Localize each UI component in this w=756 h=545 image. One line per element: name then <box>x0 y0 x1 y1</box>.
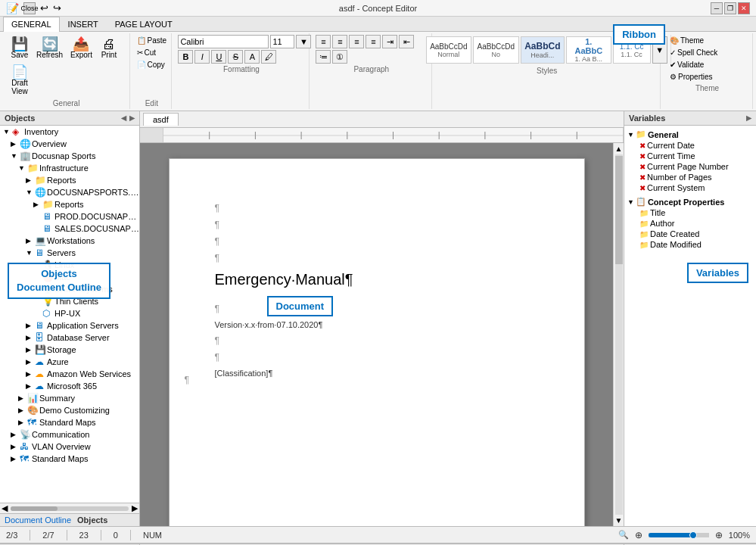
italic-button[interactable]: I <box>194 50 210 64</box>
left-panel-scrollbar[interactable]: ◀ ▶ <box>0 503 139 513</box>
var-title[interactable]: 📁 Title <box>627 207 753 218</box>
scroll-right[interactable]: ▶ <box>132 503 138 513</box>
tree-item-servers[interactable]: ▼ 🖥 Servers <box>0 247 139 259</box>
validate-button[interactable]: ✔ Validate <box>667 59 748 70</box>
bold-button[interactable]: B <box>178 50 193 64</box>
scroll-track-v[interactable] <box>615 154 623 515</box>
var-current-date[interactable]: ✖ Current Date <box>627 140 753 151</box>
restore-button[interactable]: ❐ <box>724 2 736 14</box>
tree-item-inventory[interactable]: ▼ ◈ Inventory <box>0 126 139 138</box>
properties-button[interactable]: ⚙ Properties <box>667 71 748 83</box>
close-window-button[interactable]: ✕ <box>738 2 750 14</box>
outdent-button[interactable]: ⇤ <box>399 35 414 48</box>
undo-btn[interactable]: ↩ <box>40 2 48 14</box>
font-size-down[interactable]: ▼ <box>296 35 311 48</box>
tab-insert[interactable]: INSERT <box>60 17 107 31</box>
justify-button[interactable]: ≡ <box>366 35 381 48</box>
close-button[interactable]: Close <box>23 2 36 14</box>
theme-label: Theme <box>680 36 704 45</box>
font-size-input[interactable] <box>270 35 294 48</box>
var-group-concept-header[interactable]: ▼ 📋 Concept Properties <box>627 196 753 207</box>
doc-viewport[interactable]: Document ¶ ¶ ¶ ¶ Emergency·Manual¶ ¶ Ver… <box>140 143 613 526</box>
tree-item-aws[interactable]: ▶ ☁ Amazon Web Services <box>0 368 139 380</box>
list-button[interactable]: ≔ <box>316 50 331 64</box>
export-button[interactable]: 📤 Export <box>67 35 95 61</box>
nav-document-outline[interactable]: Document Outline <box>5 515 71 525</box>
var-author[interactable]: 📁 Author <box>627 218 753 229</box>
tree-item-reports2[interactable]: ▶ 📁 Reports <box>0 198 139 210</box>
minimize-button[interactable]: ─ <box>711 2 723 14</box>
scroll-up[interactable]: ▲ <box>615 145 623 153</box>
right-panel-collapse[interactable]: ▶ <box>746 114 751 122</box>
zoom-icon-plus[interactable]: ⊕ <box>715 530 723 540</box>
tree-item-infrastructure[interactable]: ▼ 📁 Infrastructure <box>0 162 139 174</box>
var-date-modified[interactable]: 📁 Date Modified <box>627 239 753 250</box>
var-page-number[interactable]: ✖ Current Page Number <box>627 161 753 172</box>
var-group-general-header[interactable]: ▼ 📁 General <box>627 129 753 140</box>
tree-item-reports1[interactable]: ▶ 📁 Reports <box>0 174 139 186</box>
indent-button[interactable]: ⇥ <box>382 35 397 48</box>
numbering-button[interactable]: ① <box>332 50 347 64</box>
spell-check-button[interactable]: ✓ Spell Check <box>667 47 748 58</box>
tree-item-overview[interactable]: ▶ 🌐 Overview <box>0 138 139 150</box>
ribbon: Ribbon GENERAL INSERT PAGE LAYOUT 💾 Save… <box>0 17 756 111</box>
draft-view-button[interactable]: 📄 DraftView <box>8 63 32 98</box>
tree-item-workstations[interactable]: ▶ 💻 Workstations <box>0 235 139 247</box>
var-current-system[interactable]: ✖ Current System <box>627 182 753 193</box>
align-right-button[interactable]: ≡ <box>349 35 364 48</box>
tree-item-sales[interactable]: 🖥 SALES.DOCUSNAPSPC <box>0 223 139 235</box>
tree-item-app-servers[interactable]: ▶ 🖥 Application Servers <box>0 319 139 332</box>
tree-item-docusnapsports-com[interactable]: ▼ 🌐 DOCUSNAPSPORTS.COM <box>0 186 139 198</box>
save-button[interactable]: 💾 Save <box>8 35 32 61</box>
scroll-left[interactable]: ◀ <box>2 503 8 513</box>
panel-collapse-left[interactable]: ◀ <box>121 114 126 122</box>
tree-item-ms365[interactable]: ▶ ☁ Microsoft 365 <box>0 380 139 392</box>
align-left-button[interactable]: ≡ <box>316 35 331 48</box>
tree-icon-sales: 🖥 <box>42 223 53 234</box>
tree-item-stdmaps1[interactable]: ▶ 🗺 Standard Maps <box>0 416 139 428</box>
redo-btn[interactable]: ↪ <box>53 2 61 14</box>
tree-item-storage[interactable]: ▶ 💾 Storage <box>0 344 139 356</box>
var-date-created[interactable]: 📁 Date Created <box>627 229 753 239</box>
tree-item-stdmaps2[interactable]: ▶ 🗺 Standard Maps <box>0 453 139 465</box>
print-button[interactable]: 🖨 Print <box>97 35 121 61</box>
tree-item-prod[interactable]: 🖥 PROD.DOCUSNAPSPC <box>0 210 139 223</box>
zoom-out-icon[interactable]: 🔍 <box>618 530 629 540</box>
doc-page[interactable]: ¶ ¶ ¶ ¶ Emergency·Manual¶ ¶ Version·x.x·… <box>169 158 585 526</box>
highlight-button[interactable]: 🖊 <box>261 50 276 64</box>
theme-button[interactable]: 🎨 Theme <box>667 35 748 46</box>
style-heading1[interactable]: AaBbCd Headi... <box>521 36 565 64</box>
paste-button[interactable]: 📋 Paste <box>134 35 170 46</box>
cut-button[interactable]: ✂ Cut <box>134 47 170 58</box>
doc-scrollbar-v[interactable]: ▲ ▼ <box>613 143 624 526</box>
tree-item-azure[interactable]: ▶ ☁ Azure <box>0 356 139 368</box>
copy-button[interactable]: 📄 Copy <box>134 59 170 70</box>
tree-item-db-server[interactable]: ▶ 🗄 Database Server <box>0 332 139 344</box>
scroll-track[interactable] <box>11 506 129 511</box>
zoom-slider[interactable] <box>649 533 709 537</box>
style-heading2[interactable]: 1. AaBbC 1. Aa B... <box>566 36 611 64</box>
nav-objects[interactable]: Objects <box>77 515 107 525</box>
document-tab[interactable]: asdf <box>143 113 179 126</box>
style-no-spacing[interactable]: AaBbCcDd No <box>473 36 518 64</box>
scroll-down[interactable]: ▼ <box>615 516 623 525</box>
tree-item-hpux[interactable]: ⬡ HP-UX <box>0 307 139 319</box>
underline-button[interactable]: U <box>211 50 226 64</box>
zoom-icon-minus[interactable]: ⊕ <box>635 530 642 540</box>
var-num-pages[interactable]: ✖ Number of Pages <box>627 172 753 182</box>
var-current-time[interactable]: ✖ Current Time <box>627 151 753 161</box>
tree-item-docusnap-sports[interactable]: ▼ 🏢 Docusnap Sports <box>0 150 139 162</box>
style-normal[interactable]: AaBbCcDd Normal <box>426 36 471 64</box>
font-name-input[interactable] <box>178 35 269 48</box>
tab-page-layout[interactable]: PAGE LAYOUT <box>107 17 181 31</box>
refresh-button[interactable]: 🔄 Refresh <box>33 35 66 61</box>
font-color-button[interactable]: A <box>244 50 260 64</box>
align-center-button[interactable]: ≡ <box>332 35 347 48</box>
tree-item-vlan[interactable]: ▶ 🖧 VLAN Overview <box>0 441 139 453</box>
tree-item-communication[interactable]: ▶ 📡 Communication <box>0 428 139 441</box>
tree-item-summary[interactable]: ▶ 📊 Summary <box>0 392 139 404</box>
tree-item-demo[interactable]: ▶ 🎨 Demo Customizing <box>0 404 139 416</box>
tab-general[interactable]: GENERAL <box>3 17 60 32</box>
strikethrough-button[interactable]: S <box>228 50 243 64</box>
panel-expand-left[interactable]: ▶ <box>129 114 135 122</box>
